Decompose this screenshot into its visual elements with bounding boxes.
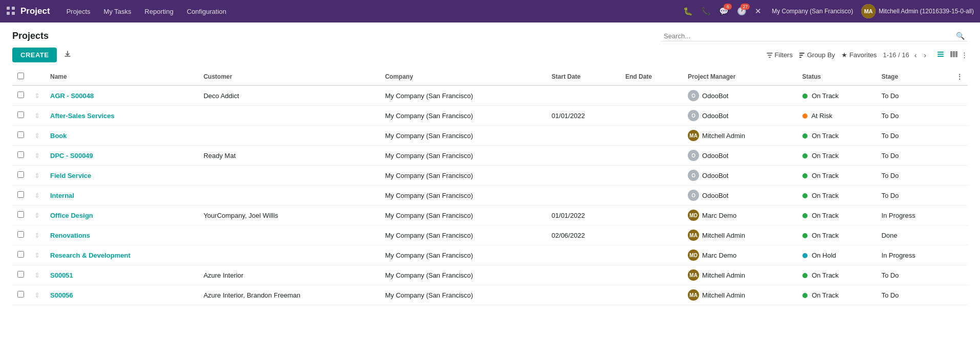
download-button[interactable] [61,49,74,61]
status-label: On Track [812,291,839,299]
project-start-date: 01/01/2022 [547,206,620,225]
row-checkbox-cell[interactable] [12,106,29,126]
clock-icon[interactable]: 🕐 27 [735,5,749,18]
project-name[interactable]: After-Sales Services [45,106,199,126]
project-name[interactable]: Internal [45,186,199,206]
grid-icon[interactable] [6,6,15,17]
user-menu[interactable]: MA Mitchell Admin (12016339-15-0-all) [861,4,974,18]
next-page-button[interactable]: › [922,50,928,60]
kanban-view-button[interactable] [948,49,960,61]
row-checkbox-cell[interactable] [12,85,29,106]
row-more[interactable] [951,85,968,106]
chat-icon[interactable]: 💬 6 [717,5,731,18]
col-end-date[interactable]: End Date [620,69,683,85]
row-checkbox[interactable] [17,92,24,98]
select-all-header[interactable] [12,69,29,85]
col-more[interactable]: ⋮ [951,69,968,85]
row-checkbox[interactable] [17,271,24,278]
row-checkbox-cell[interactable] [12,146,29,166]
drag-handle[interactable]: ⇕ [29,186,45,206]
row-checkbox-cell[interactable] [12,126,29,146]
row-checkbox[interactable] [17,151,24,158]
create-button[interactable]: CREATE [12,48,57,62]
row-more[interactable] [951,225,968,245]
project-pm: MA Mitchell Admin [683,225,797,245]
search-icon[interactable]: 🔍 [956,32,965,40]
row-checkbox[interactable] [17,291,24,298]
search-bar[interactable]: 🔍 [661,31,968,41]
row-more[interactable] [951,285,968,305]
col-pm[interactable]: Project Manager [683,69,797,85]
project-name[interactable]: AGR - S00048 [45,85,199,106]
drag-handle[interactable]: ⇕ [29,265,45,285]
filters-button[interactable]: Filters [767,51,793,59]
col-company[interactable]: Company [380,69,546,85]
project-name[interactable]: Office Design [45,206,199,225]
row-checkbox-cell[interactable] [12,245,29,265]
drag-handle[interactable]: ⇕ [29,285,45,305]
col-customer[interactable]: Customer [199,69,380,85]
row-more[interactable] [951,126,968,146]
row-checkbox[interactable] [17,171,24,178]
favorites-button[interactable]: ★ Favorites [841,51,877,59]
nav-menu: Projects My Tasks Reporting Configuratio… [60,5,680,18]
drag-handle[interactable]: ⇕ [29,106,45,126]
row-checkbox[interactable] [17,251,24,258]
project-name[interactable]: Renovations [45,225,199,245]
row-checkbox-cell[interactable] [12,265,29,285]
col-name[interactable]: Name [45,69,199,85]
select-all-checkbox[interactable] [17,73,24,79]
row-more[interactable] [951,146,968,166]
nav-my-tasks[interactable]: My Tasks [98,5,138,18]
prev-page-button[interactable]: ‹ [912,50,919,60]
nav-reporting[interactable]: Reporting [139,5,180,18]
groupby-button[interactable]: Group By [799,51,835,59]
project-end-date [620,245,683,265]
row-more[interactable] [951,106,968,126]
more-views-button[interactable]: ⋮ [961,51,968,59]
row-checkbox[interactable] [17,231,24,238]
col-start-date[interactable]: Start Date [547,69,620,85]
project-name[interactable]: S00056 [45,285,199,305]
row-checkbox[interactable] [17,111,24,118]
row-more[interactable] [951,245,968,265]
row-checkbox[interactable] [17,211,24,218]
project-name[interactable]: Research & Development [45,245,199,265]
row-checkbox-cell[interactable] [12,285,29,305]
project-company: My Company (San Francisco) [380,225,546,245]
project-pm: O OdooBot [683,85,797,106]
drag-handle[interactable]: ⇕ [29,166,45,186]
row-more[interactable] [951,186,968,206]
project-name[interactable]: DPC - S00049 [45,146,199,166]
row-more[interactable] [951,206,968,225]
col-status[interactable]: Status [797,69,877,85]
list-view-button[interactable] [934,49,947,61]
drag-handle[interactable]: ⇕ [29,225,45,245]
bug-icon[interactable]: 🐛 [681,5,695,18]
project-name[interactable]: Field Service [45,166,199,186]
row-checkbox-cell[interactable] [12,206,29,225]
col-stage[interactable]: Stage [876,69,951,85]
pm-name: Mitchell Admin [702,271,745,279]
project-name[interactable]: S00051 [45,265,199,285]
drag-handle[interactable]: ⇕ [29,85,45,106]
row-checkbox-cell[interactable] [12,166,29,186]
row-checkbox[interactable] [17,191,24,198]
drag-handle[interactable]: ⇕ [29,245,45,265]
row-checkbox-cell[interactable] [12,225,29,245]
project-name[interactable]: Book [45,126,199,146]
search-input[interactable] [664,32,956,40]
drag-handle[interactable]: ⇕ [29,206,45,225]
row-more[interactable] [951,265,968,285]
phone-icon[interactable]: 📞 [699,5,713,18]
nav-projects[interactable]: Projects [60,5,97,18]
drag-handle[interactable]: ⇕ [29,126,45,146]
project-end-date [620,85,683,106]
row-more[interactable] [951,166,968,186]
nav-configuration[interactable]: Configuration [181,5,232,18]
row-checkbox-cell[interactable] [12,186,29,206]
drag-handle[interactable]: ⇕ [29,146,45,166]
row-checkbox[interactable] [17,131,24,138]
close-icon[interactable]: ✕ [753,5,764,18]
main-content: Projects 🔍 CREATE Filters Group By ★ Fav… [0,22,980,313]
